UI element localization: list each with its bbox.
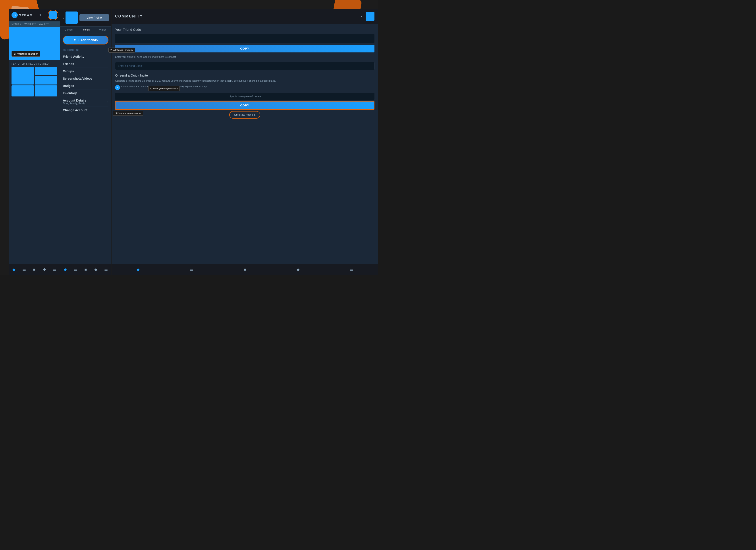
nav-wishlist[interactable]: WISHLIST [24, 23, 36, 25]
generate-link-button[interactable]: Generate new link [229, 111, 260, 119]
featured-item-5 [35, 85, 57, 97]
menu-groups[interactable]: Groups [63, 68, 108, 75]
steam-bottom-nav: ◆ ☰ ■ ◆ ☰ [9, 264, 60, 275]
more-icon[interactable]: ⋮ [43, 13, 47, 17]
account-details-chevron-icon: › [108, 100, 108, 103]
right-bottom-tag[interactable]: ◆ [135, 266, 141, 273]
right-bottom-menu[interactable]: ☰ [348, 266, 355, 273]
tab-games[interactable]: Games [60, 27, 77, 33]
steam-main-content: 1) Жмем на аватарку FEATURED & RECOMMEND… [9, 27, 60, 264]
featured-item-2 [35, 67, 57, 75]
community-title: COMMUNITY [115, 14, 143, 18]
friend-code-title: Your Friend Code [115, 28, 374, 31]
search-icon[interactable]: ☌ [39, 13, 41, 17]
featured-item-4 [12, 85, 34, 97]
right-content: Your Friend Code COPY Enter your friend'… [112, 24, 378, 264]
change-account-chevron-icon: › [108, 109, 108, 112]
featured-item-3 [35, 76, 57, 85]
tab-wallet[interactable]: Wallet [94, 27, 111, 33]
copy-link-button[interactable]: COPY [115, 101, 374, 110]
invite-link-display: https://s.team/p/ваша/ссылка [115, 93, 374, 100]
bottom-nav-tag[interactable]: ◆ [11, 266, 17, 273]
avatar-annotation-circle [48, 10, 58, 20]
middle-bottom-menu[interactable]: ☰ [103, 266, 109, 273]
featured-grid [12, 67, 57, 85]
steam-icon: S [12, 12, 18, 18]
right-bottom-nav: ◆ ☰ ■ ◆ ☰ [112, 264, 378, 275]
featured-section: FEATURED & RECOMMENDED [9, 60, 60, 99]
middle-bottom-tag[interactable]: ◆ [62, 266, 69, 273]
check-icon-container: ✓ [115, 85, 120, 90]
check-circle-icon: ✓ [115, 85, 120, 90]
copy-friend-code-button[interactable]: COPY [115, 45, 374, 52]
featured-bottom-row [12, 85, 57, 97]
nav-wallet[interactable]: WALLET [39, 23, 49, 25]
middle-header: ‹ View Profile [60, 9, 111, 27]
menu-badges[interactable]: Badges [63, 82, 108, 90]
quick-invite-title: Or send a Quick Invite [115, 73, 374, 77]
community-more-icon[interactable]: ⋮ [359, 14, 363, 19]
main-container: S STEAM ☌ ⋮ MENU ▼ WISHLIST WALLET [9, 9, 378, 275]
menu-friends[interactable]: Friends [63, 60, 108, 68]
menu-inventory[interactable]: Inventory [63, 90, 108, 97]
friend-code-display [115, 34, 374, 43]
middle-panel: ‹ View Profile Games Friends Wallet ⚭ + … [60, 9, 111, 275]
menu-account-details[interactable]: Account Details Store, Security, Family … [63, 97, 108, 107]
menu-change-account[interactable]: Change Account › [63, 107, 108, 114]
friend-code-input[interactable] [115, 62, 374, 70]
right-bottom-shield[interactable]: ■ [241, 266, 248, 273]
add-friends-icon: ⚭ [73, 38, 76, 42]
middle-bottom-nav: ◆ ☰ ■ ◆ ☰ [60, 264, 111, 275]
community-avatar [366, 12, 374, 21]
middle-avatar [66, 12, 78, 24]
annotation-box-1: 1) Жмем на аватарку [12, 51, 40, 57]
menu-friend-activity[interactable]: Friend Activity [63, 53, 108, 60]
nav-menu[interactable]: MENU ▼ [12, 23, 21, 25]
right-header-actions: ⋮ [359, 12, 374, 21]
my-content-label: MY CONTENT [63, 49, 108, 51]
right-bottom-bell[interactable]: ◆ [295, 266, 301, 273]
menu-chevron-icon: ▼ [19, 23, 21, 25]
menu-screenshots-videos[interactable]: Screenshots/Videos [63, 75, 108, 82]
tab-friends[interactable]: Friends [77, 27, 94, 33]
right-panel: COMMUNITY ⋮ Your Friend Code COPY Enter … [112, 9, 378, 275]
back-button[interactable]: ‹ [62, 15, 64, 20]
generate-section: 3) Создаем новую ссылку Generate new lin… [115, 111, 374, 119]
view-profile-button[interactable]: View Profile [79, 14, 109, 21]
middle-tabs: Games Friends Wallet [60, 27, 111, 33]
middle-bottom-bell[interactable]: ◆ [93, 266, 99, 273]
middle-bottom-shield[interactable]: ■ [82, 266, 89, 273]
middle-bottom-list[interactable]: ☰ [72, 266, 79, 273]
bottom-nav-shield[interactable]: ■ [31, 266, 38, 273]
right-bottom-list[interactable]: ☰ [188, 266, 195, 273]
annotation-box-2: 2) «Добавить друзей» [108, 48, 135, 53]
steam-banner: 1) Жмем на аватарку [9, 27, 60, 60]
annotation-box-3: 3) Создаем новую ссылку [113, 111, 143, 116]
featured-item-1 [12, 67, 34, 85]
bottom-nav-bell[interactable]: ◆ [41, 266, 48, 273]
featured-title: FEATURED & RECOMMENDED [12, 63, 57, 65]
steam-logo: S STEAM [12, 12, 33, 18]
steam-panel: S STEAM ☌ ⋮ MENU ▼ WISHLIST WALLET [9, 9, 60, 275]
steam-nav: MENU ▼ WISHLIST WALLET [9, 21, 60, 27]
steam-title: STEAM [19, 13, 33, 17]
featured-right-col [35, 67, 57, 85]
right-header: COMMUNITY ⋮ [112, 9, 378, 24]
bottom-nav-menu[interactable]: ☰ [51, 266, 58, 273]
annotation-box-4: 4) Копируем новую ссылку [148, 86, 180, 91]
avatar-container [49, 11, 57, 19]
add-friends-button[interactable]: ⚭ + Add friends [63, 36, 108, 44]
bottom-nav-list[interactable]: ☰ [21, 266, 27, 273]
quick-invite-description: Generate a link to share via email or SM… [115, 79, 374, 83]
friend-code-description: Enter your friend's Friend Code to invit… [115, 55, 374, 59]
steam-header-icons: ☌ ⋮ [39, 11, 57, 19]
my-content-section: MY CONTENT Friend Activity Friends Group… [60, 47, 111, 115]
steam-header: S STEAM ☌ ⋮ [9, 9, 60, 21]
